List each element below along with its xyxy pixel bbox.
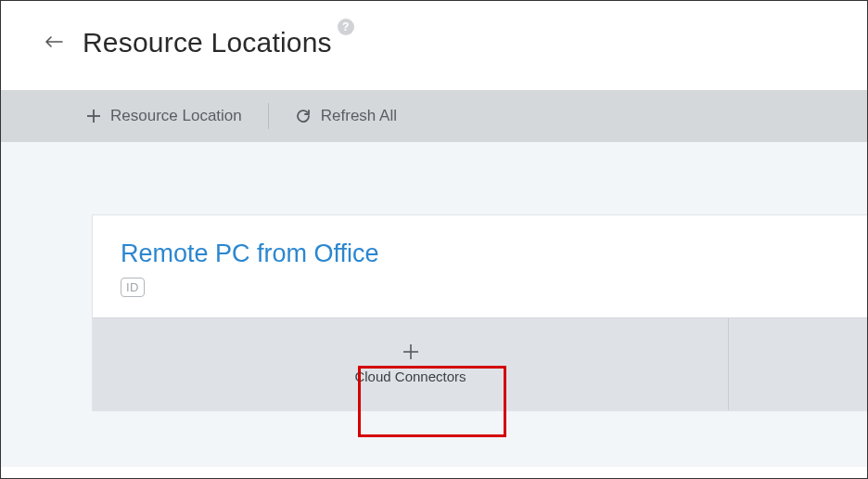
back-arrow-icon[interactable]: [45, 34, 64, 51]
refresh-all-button[interactable]: Refresh All: [295, 90, 397, 142]
add-cloud-connectors-button[interactable]: Cloud Connectors: [93, 318, 728, 410]
refresh-icon: [295, 108, 312, 124]
plus-icon: [86, 109, 101, 123]
refresh-all-label: Refresh All: [321, 107, 397, 125]
card-action-row: Cloud Connectors: [93, 317, 867, 410]
toolbar-divider: [268, 103, 269, 129]
plus-icon: [402, 343, 420, 361]
action-cell-spacer: [728, 318, 867, 410]
help-icon[interactable]: ?: [338, 19, 354, 35]
resource-location-card: Remote PC from Office ID Cloud Connector…: [92, 214, 867, 411]
content-area: Remote PC from Office ID Cloud Connector…: [1, 142, 867, 467]
page-title: Resource Locations?: [83, 27, 354, 58]
add-resource-location-label: Resource Location: [110, 107, 242, 125]
id-badge[interactable]: ID: [121, 278, 145, 297]
cloud-connectors-label: Cloud Connectors: [354, 369, 466, 384]
add-resource-location-button[interactable]: Resource Location: [86, 90, 242, 142]
toolbar: Resource Location Refresh All: [1, 90, 867, 142]
resource-location-title[interactable]: Remote PC from Office: [121, 240, 839, 268]
page-title-text: Resource Locations: [83, 27, 332, 58]
card-header: Remote PC from Office ID: [93, 215, 867, 317]
